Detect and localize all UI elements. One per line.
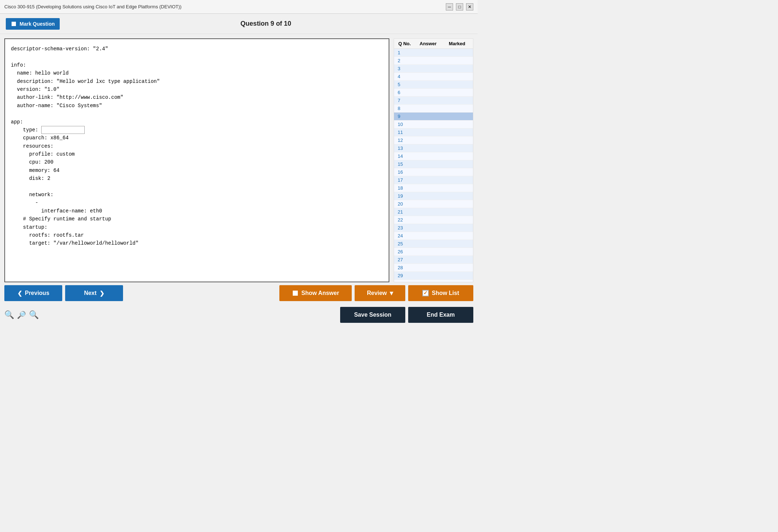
window-title: Cisco 300-915 (Developing Solutions usin… xyxy=(4,4,182,9)
code-line-10: app: xyxy=(11,118,383,126)
question-list-item[interactable]: 20 xyxy=(394,200,473,208)
question-list-item[interactable]: 1 xyxy=(394,49,473,57)
question-list-item[interactable]: 5 xyxy=(394,81,473,89)
type-input[interactable] xyxy=(41,126,85,134)
title-bar: Cisco 300-915 (Developing Solutions usin… xyxy=(0,0,478,14)
code-line-4: name: hello world xyxy=(11,69,383,77)
question-list-item[interactable]: 6 xyxy=(394,89,473,97)
question-number: 17 xyxy=(396,177,414,183)
question-number: 11 xyxy=(396,130,414,135)
mark-question-button[interactable]: Mark Question xyxy=(6,18,60,30)
save-session-button[interactable]: Save Session xyxy=(340,307,405,323)
question-number: 18 xyxy=(396,185,414,191)
question-number: 20 xyxy=(396,201,414,207)
window-controls: ─ □ ✕ xyxy=(446,3,473,10)
question-list-item[interactable]: 17 xyxy=(394,176,473,184)
minimize-button[interactable]: ─ xyxy=(446,3,453,10)
review-button[interactable]: Review xyxy=(355,285,405,301)
maximize-button[interactable]: □ xyxy=(456,3,463,10)
question-list-item[interactable]: 15 xyxy=(394,160,473,168)
question-number: 8 xyxy=(396,106,414,111)
question-number: 3 xyxy=(396,66,414,71)
question-list-item[interactable]: 24 xyxy=(394,232,473,240)
question-list-item[interactable]: 23 xyxy=(394,224,473,232)
question-number: 19 xyxy=(396,193,414,199)
mark-checkbox-icon xyxy=(11,21,17,27)
marked-header: Marked xyxy=(443,41,472,46)
question-list[interactable]: 1234567891011121314151617181920212223242… xyxy=(394,49,473,282)
question-list-item[interactable]: 16 xyxy=(394,168,473,176)
question-number: 9 xyxy=(396,114,414,119)
code-line-20: - xyxy=(11,199,383,207)
show-answer-button[interactable]: Show Answer xyxy=(279,285,352,301)
zoom-reset-icon[interactable]: 🔎 xyxy=(17,311,26,319)
show-list-checkbox-icon xyxy=(422,290,429,296)
question-list-item[interactable]: 14 xyxy=(394,152,473,160)
right-panel-header: Q No. Answer Marked xyxy=(394,39,473,49)
next-button[interactable]: Next xyxy=(65,285,123,301)
question-list-item[interactable]: 19 xyxy=(394,192,473,200)
qno-header: Q No. xyxy=(396,41,414,46)
code-line-25: target: "/var/helloworld/helloworld" xyxy=(11,239,383,247)
previous-label: Previous xyxy=(25,290,50,296)
question-list-item[interactable]: 22 xyxy=(394,216,473,224)
code-line-23: startup: xyxy=(11,223,383,231)
code-line-3: info: xyxy=(11,61,383,69)
question-list-item[interactable]: 4 xyxy=(394,73,473,81)
question-title: Question 9 of 10 xyxy=(60,20,472,28)
zoom-in-icon[interactable]: 🔍 xyxy=(4,310,14,320)
code-line-5: description: "Hello world lxc type appli… xyxy=(11,77,383,85)
question-list-item[interactable]: 9 xyxy=(394,113,473,121)
question-list-item[interactable]: 28 xyxy=(394,264,473,272)
question-number: 6 xyxy=(396,90,414,95)
code-panel: descriptor-schema-version: "2.4" info: n… xyxy=(4,38,389,282)
question-list-item[interactable]: 8 xyxy=(394,105,473,113)
question-list-item[interactable]: 25 xyxy=(394,240,473,248)
review-label: Review xyxy=(367,290,387,296)
question-list-item[interactable]: 12 xyxy=(394,136,473,144)
question-list-item[interactable]: 30 xyxy=(394,280,473,282)
code-line-2 xyxy=(11,53,383,61)
code-line-1: descriptor-schema-version: "2.4" xyxy=(11,45,383,53)
question-list-item[interactable]: 18 xyxy=(394,184,473,192)
question-number: 1 xyxy=(396,50,414,55)
question-list-item[interactable]: 10 xyxy=(394,121,473,128)
question-list-item[interactable]: 3 xyxy=(394,65,473,73)
code-line-15: cpu: 200 xyxy=(11,158,383,166)
zoom-out-icon[interactable]: 🔍 xyxy=(29,310,39,320)
question-number: 26 xyxy=(396,249,414,254)
question-list-item[interactable]: 29 xyxy=(394,272,473,280)
question-number: 12 xyxy=(396,138,414,143)
question-number: 7 xyxy=(396,98,414,103)
code-line-18 xyxy=(11,183,383,191)
end-exam-button[interactable]: End Exam xyxy=(408,307,473,323)
question-number: 15 xyxy=(396,161,414,167)
question-number: 14 xyxy=(396,153,414,159)
question-number: 30 xyxy=(396,281,414,282)
show-list-button[interactable]: Show List xyxy=(408,285,473,301)
review-chevron-icon xyxy=(390,289,393,297)
question-list-item[interactable]: 11 xyxy=(394,128,473,136)
right-panel: Q No. Answer Marked 12345678910111213141… xyxy=(394,38,473,282)
question-list-item[interactable]: 27 xyxy=(394,256,473,264)
close-button[interactable]: ✕ xyxy=(466,3,473,10)
question-number: 23 xyxy=(396,225,414,231)
question-list-item[interactable]: 21 xyxy=(394,208,473,216)
code-line-17: disk: 2 xyxy=(11,174,383,182)
question-list-item[interactable]: 13 xyxy=(394,144,473,152)
previous-chevron-icon xyxy=(17,290,22,297)
question-list-item[interactable]: 26 xyxy=(394,248,473,256)
question-number: 25 xyxy=(396,241,414,246)
question-number: 24 xyxy=(396,233,414,238)
question-list-item[interactable]: 2 xyxy=(394,57,473,65)
next-label: Next xyxy=(84,290,97,296)
code-line-6: version: "1.0" xyxy=(11,85,383,93)
code-line-24: rootfs: rootfs.tar xyxy=(11,231,383,239)
code-line-11: type: xyxy=(11,126,383,134)
code-line-8: author-name: "Cisco Systems" xyxy=(11,102,383,110)
question-number: 28 xyxy=(396,265,414,270)
previous-button[interactable]: Previous xyxy=(4,285,62,301)
question-list-item[interactable]: 7 xyxy=(394,97,473,105)
header: Mark Question Question 9 of 10 xyxy=(0,14,478,34)
code-line-14: profile: custom xyxy=(11,150,383,158)
